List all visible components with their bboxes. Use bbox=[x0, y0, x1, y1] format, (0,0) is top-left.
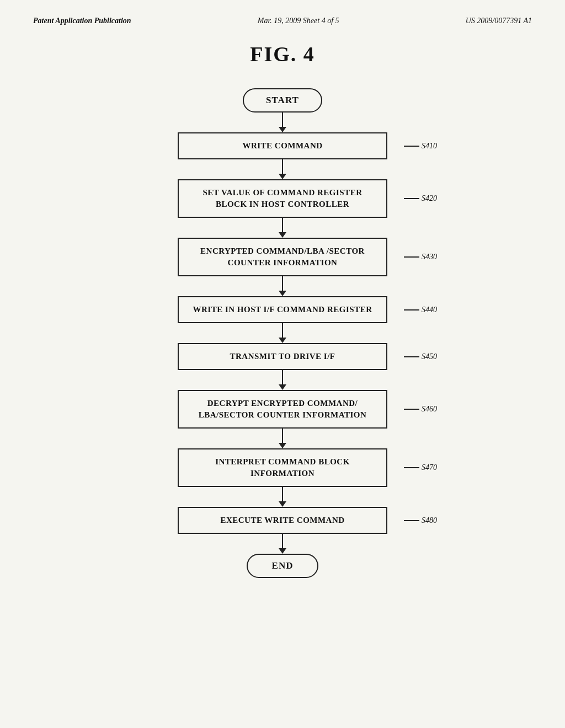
arrow-5 bbox=[279, 370, 286, 390]
arrow-head bbox=[279, 232, 286, 238]
arrow-6 bbox=[279, 429, 286, 448]
step-label-s410: S410 bbox=[404, 142, 437, 151]
step-label-s450: S450 bbox=[404, 352, 437, 361]
node-s420-row: SET VALUE OF COMMAND REGISTER BLOCK IN H… bbox=[178, 179, 387, 218]
arrow-line bbox=[282, 370, 283, 384]
arrow-3 bbox=[279, 276, 286, 296]
arrow-head bbox=[279, 291, 286, 296]
node-end: END bbox=[247, 554, 318, 578]
arrow-line bbox=[282, 276, 283, 291]
arrow-head bbox=[279, 338, 286, 343]
arrow-head bbox=[279, 548, 286, 554]
arrow-line bbox=[282, 113, 283, 127]
arrow-head bbox=[279, 443, 286, 448]
step-label-s430: S430 bbox=[404, 253, 437, 261]
node-start-row: START bbox=[243, 88, 322, 113]
arrow-head bbox=[279, 127, 286, 132]
arrow-line bbox=[282, 429, 283, 443]
flowchart: START WRITE COMMAND S410 SET VALUE OF CO… bbox=[33, 88, 532, 578]
node-s460-row: DECRYPT ENCRYPTED COMMAND/ LBA/SECTOR CO… bbox=[178, 390, 387, 429]
step-label-s460: S460 bbox=[404, 405, 437, 414]
arrow-line bbox=[282, 487, 283, 501]
arrow-line bbox=[282, 534, 283, 548]
arrow-7 bbox=[279, 487, 286, 507]
page: Patent Application Publication Mar. 19, … bbox=[0, 0, 565, 728]
arrow-line bbox=[282, 218, 283, 232]
node-s480: EXECUTE WRITE COMMAND bbox=[178, 507, 387, 534]
step-label-s440: S440 bbox=[404, 306, 437, 314]
node-s430-row: ENCRYPTED COMMAND/LBA /SECTOR COUNTER IN… bbox=[178, 238, 387, 276]
node-s450-row: TRANSMIT TO DRIVE I/F S450 bbox=[178, 343, 387, 370]
node-s460: DECRYPT ENCRYPTED COMMAND/ LBA/SECTOR CO… bbox=[178, 390, 387, 429]
node-s440-row: WRITE IN HOST I/F COMMAND REGISTER S440 bbox=[178, 296, 387, 323]
header-right: US 2009/0077391 A1 bbox=[466, 17, 532, 25]
node-s440: WRITE IN HOST I/F COMMAND REGISTER bbox=[178, 296, 387, 323]
node-s480-row: EXECUTE WRITE COMMAND S480 bbox=[178, 507, 387, 534]
figure-title: FIG. 4 bbox=[33, 42, 532, 66]
arrow-1 bbox=[279, 159, 286, 179]
arrow-line bbox=[282, 323, 283, 338]
arrow-4 bbox=[279, 323, 286, 343]
node-s470-row: INTERPRET COMMAND BLOCK INFORMATION S470 bbox=[178, 448, 387, 487]
node-s430: ENCRYPTED COMMAND/LBA /SECTOR COUNTER IN… bbox=[178, 238, 387, 276]
arrow-head bbox=[279, 501, 286, 507]
step-label-s470: S470 bbox=[404, 463, 437, 472]
arrow-2 bbox=[279, 218, 286, 238]
node-s470: INTERPRET COMMAND BLOCK INFORMATION bbox=[178, 448, 387, 487]
node-start: START bbox=[243, 88, 322, 113]
step-label-s420: S420 bbox=[404, 194, 437, 203]
node-s420: SET VALUE OF COMMAND REGISTER BLOCK IN H… bbox=[178, 179, 387, 218]
page-header: Patent Application Publication Mar. 19, … bbox=[33, 17, 532, 25]
node-s410-row: WRITE COMMAND S410 bbox=[178, 132, 387, 159]
arrow-line bbox=[282, 159, 283, 174]
node-end-row: END bbox=[247, 554, 318, 578]
step-label-s480: S480 bbox=[404, 516, 437, 525]
node-s450: TRANSMIT TO DRIVE I/F bbox=[178, 343, 387, 370]
node-s410: WRITE COMMAND bbox=[178, 132, 387, 159]
arrow-head bbox=[279, 174, 286, 179]
header-center: Mar. 19, 2009 Sheet 4 of 5 bbox=[258, 17, 339, 25]
arrow-8 bbox=[279, 534, 286, 554]
header-left: Patent Application Publication bbox=[33, 17, 131, 25]
arrow-0 bbox=[279, 113, 286, 132]
arrow-head bbox=[279, 384, 286, 390]
